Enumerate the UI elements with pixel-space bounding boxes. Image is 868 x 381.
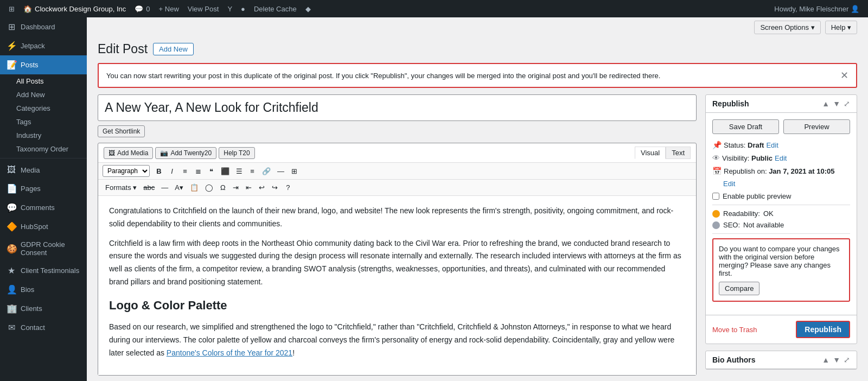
expand-icon[interactable]: ⤢ [844,99,850,108]
admin-site-name[interactable]: 🏠 Clockwork Design Group, Inc [19,0,130,17]
screen-options-button[interactable]: Screen Options ▾ [754,21,820,34]
admin-plugin-icon[interactable]: ◆ [301,0,315,17]
shortlink-button[interactable]: Get Shortlink [98,125,145,137]
sidebar-subitem-tags[interactable]: Tags [0,115,87,129]
sidebar-subitem-categories[interactable]: Categories [0,101,87,115]
republish-metabox-body: Save Draft Preview 📌 Status: Draft Edit [706,113,857,315]
align-left-button[interactable]: ⬛ [218,166,232,177]
sidebar-item-pages[interactable]: 📄 Pages [0,179,87,198]
enable-preview-checkbox[interactable] [712,193,719,200]
toggle-toolbar-button[interactable]: ⊞ [288,166,300,177]
text-color-button[interactable]: A▾ [172,182,186,193]
bio-collapse-down-icon[interactable]: ▼ [833,355,840,364]
enable-preview-label: Enable public preview [723,192,791,200]
sidebar-subitem-add-new[interactable]: Add New [0,88,87,101]
status-label: Status: Draft [724,141,764,149]
republish-on-edit-link[interactable]: Edit [723,180,735,188]
add-media-button[interactable]: 🖼 Add Media [104,147,153,159]
tab-visual[interactable]: Visual [635,147,666,159]
howdy-text: Howdy, Mike Fleischner [774,5,848,13]
add-twenty20-button[interactable]: 📷 Add Twenty20 [155,147,216,159]
compare-button[interactable]: Compare [719,282,760,295]
admin-delete-cache[interactable]: Delete Cache [250,0,301,17]
sidebar-item-client-testimonials[interactable]: ★ Client Testimonials [0,261,87,280]
clients-icon: 🏢 [7,303,16,314]
sidebar-item-dashboard[interactable]: ⊞ Dashboard [0,17,87,36]
sidebar-item-posts[interactable]: 📝 Posts [0,55,87,74]
visibility-icon: 👁 [712,154,720,162]
sidebar-item-comments[interactable]: 💬 Comments [0,198,87,217]
preview-button[interactable]: Preview [783,119,850,134]
contact-icon: ✉ [7,322,16,333]
admin-view-post[interactable]: View Post [183,0,224,17]
align-center-button[interactable]: ☰ [233,166,245,177]
undo-button[interactable]: ↩ [256,182,268,193]
redo-button[interactable]: ↪ [269,182,281,193]
horizontal-rule-button[interactable]: — [275,166,287,177]
sidebar-subitem-all-posts[interactable]: All Posts [0,74,87,88]
sidebar-item-media[interactable]: 🖼 Media [0,161,87,179]
link-button[interactable]: 🔗 [259,166,273,177]
status-edit-link[interactable]: Edit [766,141,778,149]
paste-word-button[interactable]: 📋 [187,182,201,193]
align-right-button[interactable]: ≡ [246,166,258,177]
notice-close-button[interactable]: ✕ [840,69,848,81]
seo-link[interactable]: SEO: [723,221,740,229]
help-button[interactable]: Help ▾ [825,21,857,34]
ordered-list-button[interactable]: ≣ [192,166,204,177]
sidebar-subitem-taxonomy-order[interactable]: Taxonomy Order [0,142,87,156]
outdent-button[interactable]: ⇤ [243,182,255,193]
horizontal-line-button[interactable]: — [158,182,171,193]
sidebar-label-posts: Posts [21,61,39,69]
add-new-button[interactable]: Add New [153,43,194,55]
visibility-row: 👁 Visibility: Public Edit [712,154,850,162]
sidebar-item-contact[interactable]: ✉ Contact [0,318,87,337]
republish-button[interactable]: Republish [796,321,850,338]
collapse-down-icon[interactable]: ▼ [833,99,840,108]
readability-link[interactable]: Readability: [723,209,760,218]
formats-dropdown-button[interactable]: Formats ▾ [103,182,139,193]
screen-options-label: Screen Options [760,23,809,31]
bio-authors-header[interactable]: Bio Authors ▲ ▼ ⤢ [706,351,857,369]
indent-button[interactable]: ⇥ [230,182,242,193]
paragraph-select[interactable]: Paragraph [103,165,150,177]
clear-format-button[interactable]: ◯ [202,182,216,193]
sidebar-subitem-industry[interactable]: Industry [0,129,87,142]
republish-title: Republish [712,99,749,108]
sidebar-item-gdpr[interactable]: 🍪 GDPR Cookie Consent [0,236,87,261]
collapse-up-icon[interactable]: ▲ [822,99,829,108]
tab-text[interactable]: Text [666,147,691,159]
admin-yoast-icon[interactable]: Y [223,0,237,17]
admin-new[interactable]: + New [155,0,183,17]
blockquote-button[interactable]: ❝ [205,166,217,177]
admin-site-icon[interactable]: ⊞ [4,0,19,17]
strikethrough-button[interactable]: abc [141,182,157,193]
visibility-edit-link[interactable]: Edit [775,154,787,162]
bio-collapse-up-icon[interactable]: ▲ [822,355,829,364]
move-to-trash-link[interactable]: Move to Trash [712,326,757,334]
admin-comments[interactable]: 💬 0 [130,0,154,17]
bold-button[interactable]: B [153,166,165,177]
republish-metabox-header[interactable]: Republish ▲ ▼ ⤢ [706,95,857,113]
bio-expand-icon[interactable]: ⤢ [844,355,850,364]
sidebar-item-hubspot[interactable]: 🔶 HubSpot [0,217,87,236]
status-indicator: ● [241,5,245,13]
visual-tab-label: Visual [641,149,660,157]
help-t20-button[interactable]: Help T20 [219,147,254,159]
pantone-link[interactable]: Pantone's Colors of the Year for 2021 [167,348,292,357]
sidebar-item-jetpack[interactable]: ⚡ Jetpack [0,36,87,55]
save-draft-button[interactable]: Save Draft [712,119,779,134]
italic-button[interactable]: I [166,166,178,177]
republish-on-value: Jan 7, 2021 at 10:05 [769,167,834,175]
special-char-button[interactable]: Ω [217,182,229,193]
unordered-list-button[interactable]: ≡ [179,166,191,177]
yoast-icon: Y [227,5,232,13]
republish-on-row: 📅 Republish on: Jan 7, 2021 at 10:05 [712,167,850,175]
sidebar-item-clients[interactable]: 🏢 Clients [0,299,87,318]
sidebar-item-bios[interactable]: 👤 Bios [0,280,87,299]
help-fmt-button[interactable]: ? [282,182,294,193]
page-title: Edit Post [98,42,148,56]
editor-content-area[interactable]: Congratulations to Critchfield on the la… [98,196,696,375]
post-title-input[interactable] [98,94,697,121]
status-row: 📌 Status: Draft Edit [712,141,850,149]
